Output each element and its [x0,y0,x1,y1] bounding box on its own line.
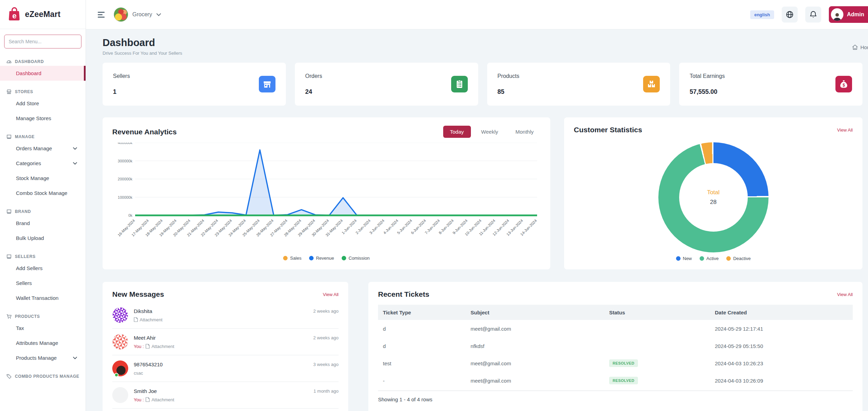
online-status-dot [114,373,119,377]
ticket-subject-cell: meet@gmail.com [466,326,604,332]
attachment-icon [146,344,150,349]
legend-item-deactive: Deactive [726,256,751,261]
bell-icon [809,10,817,19]
tickets-table: Ticket TypeSubjectStatusDate Created dme… [378,305,853,391]
ticket-date-cell: 2024-05-29 12:17:41 [710,326,853,332]
sidebar-item-products-manage[interactable]: Products Manage [0,350,86,365]
new-messages-view-all-link[interactable]: View All [323,292,339,297]
legend-item-active: Active [700,256,719,261]
sidebar-item-manage-stores[interactable]: Manage Stores [0,111,86,126]
sidebar-item-wallet-transaction[interactable]: Wallet Transaction [0,291,86,305]
message-item-dikshita[interactable]: DikshitaAttachment2 weeks ago [112,302,339,329]
sidebar-item-orders-manage[interactable]: Orders Manage [0,141,86,156]
ticket-status-cell: RESOLVED [604,377,710,384]
hamburger-menu-icon[interactable] [98,12,105,18]
customer-statistics-view-all-link[interactable]: View All [837,127,853,133]
donut-center-label: Total [707,189,720,196]
message-time: 2 weeks ago [313,334,339,340]
sidebar-item-tax[interactable]: Tax [0,321,86,336]
svg-text:400000k: 400000k [118,143,133,145]
store-name: Grocery [132,11,152,18]
revenue-analytics-title: Revenue Analytics [112,128,177,136]
svg-text:200000k: 200000k [118,177,133,181]
admin-menu-button[interactable]: Admin [829,6,868,23]
status-badge: RESOLVED [609,377,638,384]
tab-monthly[interactable]: Monthly [508,126,541,138]
stat-card-sellers: Sellers1 [103,63,286,106]
language-globe-button[interactable] [782,7,798,23]
store-switcher[interactable]: Grocery [114,7,161,22]
ticket-row[interactable]: dnfkdsf2024-05-29 05:15:50 [378,337,853,355]
sidebar-item-sellers[interactable]: Sellers [0,276,86,291]
messages-list: DikshitaAttachment2 weeks agoMeet AhirYo… [112,302,339,409]
stats-row: Sellers1Orders24Products85Total Earnings… [103,63,862,106]
tag-icon [6,374,12,379]
revenue-analytics-chart: 400000k300000k200000k100000k0k16-May-202… [112,143,541,254]
ticket-date-cell: 2024-04-03 10:26:23 [710,360,853,366]
sidebar-item-brand[interactable]: Brand [0,216,86,231]
window-icon [6,209,12,214]
tab-weekly[interactable]: Weekly [474,126,505,138]
language-badge: english [750,10,774,19]
sidebar-section-sellers: SELLERS [0,254,86,259]
message-time: 1 month ago [314,387,339,394]
sidebar: e eZeeMart DASHBOARDDashboardSTORESAdd S… [0,0,86,411]
ticket-row[interactable]: dmeet@gmail.com2024-05-29 12:17:41 [378,320,853,337]
topbar: Grocery english [86,0,868,29]
avatar [112,307,128,323]
sidebar-item-categories[interactable]: Categories [0,156,86,171]
legend-item-sales: Sales [283,256,301,261]
status-badge: RESOLVED [609,359,638,367]
column-header-status: Status [604,310,710,315]
app-logo[interactable]: e eZeeMart [0,0,86,29]
stat-card-orders: Orders24 [295,63,478,106]
message-item-meet-ahir[interactable]: Meet AhirYou :Attachment2 weeks ago [112,329,339,355]
recent-tickets-view-all-link[interactable]: View All [837,292,853,297]
ticket-subject-cell: meet@gmail.com [466,360,604,366]
sidebar-item-attributes-manage[interactable]: Attributes Manage [0,336,86,350]
cart-icon [6,314,12,319]
globe-icon [786,10,794,19]
customer-statistics-title: Customer Statistics [574,126,642,134]
sidebar-search-input[interactable] [4,35,81,48]
admin-label: Admin [847,11,864,18]
svg-text:100000k: 100000k [118,195,133,199]
new-messages-card: New Messages View All DikshitaAttachment… [103,282,348,411]
tickets-table-header: Ticket TypeSubjectStatusDate Created [378,305,853,320]
ticket-subject-cell: nfkdsf [466,343,604,349]
message-item-9876543210[interactable]: 9876543210csac3 weeks ago [112,355,339,382]
clipboard-icon [451,76,468,92]
avatar [112,360,128,376]
legend-item-new: New [676,256,692,261]
sidebar-item-stock-manage[interactable]: Stock Manage [0,171,86,186]
window-icon [6,134,12,140]
donut-center-value: 28 [710,199,717,206]
ticket-type-cell: test [378,360,466,366]
breadcrumb[interactable]: Home [852,44,868,51]
svg-text:e: e [12,11,16,20]
revenue-period-tabs: TodayWeeklyMonthly [443,126,541,138]
sidebar-section-combo-products-manage: COMBO PRODUCTS MANAGE [0,374,86,379]
sidebar-nav: DASHBOARDDashboardSTORESAdd StoreManage … [0,59,86,379]
sidebar-item-combo-stock-manage[interactable]: Combo Stock Manage [0,186,86,200]
sidebar-item-add-store[interactable]: Add Store [0,96,86,111]
avatar [112,334,128,350]
ticket-row[interactable]: -meet@gmail.comRESOLVED2024-04-03 10:26:… [378,372,853,389]
admin-avatar [831,8,843,21]
new-messages-title: New Messages [112,290,164,298]
sidebar-item-add-sellers[interactable]: Add Sellers [0,261,86,276]
page-title: Dashboard [103,37,182,48]
notifications-button[interactable] [805,7,821,23]
ticket-row[interactable]: testmeet@gmail.comRESOLVED2024-04-03 10:… [378,355,853,372]
ticket-type-cell: d [378,343,466,349]
tab-today[interactable]: Today [443,126,471,138]
revenue-chart-legend: SalesRevenueComission [112,256,541,261]
sidebar-item-bulk-upload[interactable]: Bulk Upload [0,231,86,245]
tickets-table-rows: dmeet@gmail.com2024-05-29 12:17:41dnfkds… [378,320,853,391]
moneybag-icon: $ [835,76,852,92]
column-header-ticket-type: Ticket Type [378,310,466,315]
tickets-table-footer: Showing 1 - 4 of 4 rows [378,396,853,402]
sidebar-item-dashboard[interactable]: Dashboard [0,66,86,81]
message-item-smith-joe[interactable]: Smith JoeYou :Attachment1 month ago [112,382,339,409]
message-time: 2 weeks ago [313,307,339,314]
